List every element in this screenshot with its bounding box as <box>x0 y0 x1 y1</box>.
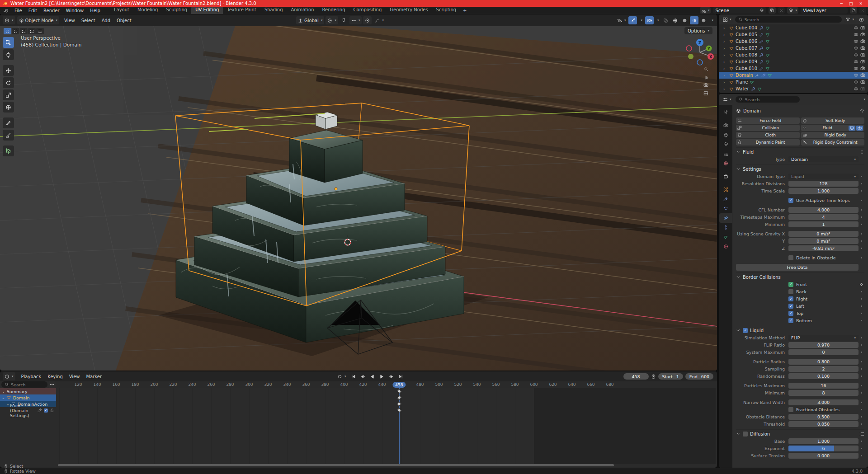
minimize-button[interactable]: ─ <box>840 1 843 6</box>
disable-render-icon[interactable] <box>860 66 865 71</box>
object-name[interactable]: Cube.005 <box>736 32 757 37</box>
properties-search-input[interactable] <box>745 97 797 102</box>
bottom-checkbox[interactable]: ✓ <box>788 318 793 323</box>
outliner-item-cube-006[interactable]: ›Cube.006 <box>719 38 868 45</box>
outliner-item-cube-005[interactable]: ›Cube.005 <box>719 31 868 38</box>
outliner-item-cube-007[interactable]: ›Cube.007 <box>719 45 868 52</box>
y-field[interactable]: 0 m/s² <box>788 238 859 244</box>
properties-options-button[interactable]: ▾ <box>863 98 865 101</box>
new-scene-button[interactable] <box>769 7 776 14</box>
timeline-menu-playback[interactable]: Playback <box>18 374 45 379</box>
tab-world[interactable] <box>719 159 732 168</box>
viewlayer-name-field[interactable]: ViewLayer <box>801 7 848 14</box>
fluid-render-toggle[interactable] <box>856 126 863 131</box>
timesteps-maximum-field[interactable]: 4 <box>788 214 859 220</box>
outliner-filter-button[interactable]: ▾ <box>844 16 855 23</box>
remove-icon[interactable] <box>802 126 807 130</box>
outliner-search-input[interactable] <box>745 17 839 22</box>
shading-wireframe-button[interactable] <box>671 16 679 24</box>
xray-toggle[interactable] <box>661 16 670 24</box>
snap-toggle[interactable] <box>340 16 348 24</box>
workspace-tab-rendering[interactable]: Rendering <box>318 7 349 14</box>
expand-icon[interactable]: › <box>723 46 727 51</box>
free-data-button[interactable]: Free Data <box>736 264 859 271</box>
tab-constraints[interactable] <box>719 223 732 232</box>
hide-viewport-icon[interactable] <box>854 66 859 71</box>
expand-icon[interactable]: › <box>723 87 727 91</box>
expand-icon[interactable]: › <box>723 73 727 78</box>
outliner-item-cube-004[interactable]: ›Cube.004 <box>719 24 868 31</box>
object-name[interactable]: Cube.007 <box>736 46 757 51</box>
shading-rendered-button[interactable] <box>699 16 708 24</box>
annotate-tool[interactable] <box>3 117 14 128</box>
hide-viewport-icon[interactable] <box>854 39 859 44</box>
top-checkbox[interactable]: ✓ <box>788 311 793 316</box>
show-object-types-dropdown[interactable]: ▾ <box>615 16 628 24</box>
timeline-ruler[interactable]: 1201401601802002202402602803003203403603… <box>56 381 716 388</box>
expand-icon[interactable]: › <box>723 26 727 30</box>
snap-target-dropdown[interactable]: ▾ <box>349 16 362 24</box>
expand-icon[interactable]: › <box>723 39 727 44</box>
particles-maximum-field[interactable]: 16 <box>788 383 859 389</box>
menu-help[interactable]: Help <box>87 8 104 13</box>
delete-scene-button[interactable] <box>778 7 785 14</box>
use-adaptive-time-steps-checkbox[interactable]: ✓ <box>788 198 793 203</box>
flip-ratio-field[interactable]: 0.970 <box>788 342 859 348</box>
workspace-tab-modeling[interactable]: Modeling <box>133 7 162 14</box>
shading-material-button[interactable] <box>690 16 698 24</box>
outliner-item-cube-010[interactable]: ›Cube.010 <box>719 65 868 72</box>
object-name[interactable]: Domain <box>736 73 753 78</box>
fractional-obstacles-checkbox[interactable] <box>788 407 793 412</box>
fluid-panel-header[interactable]: Fluid <box>736 147 864 156</box>
right-checkbox[interactable]: ✓ <box>788 296 793 301</box>
presets-icon[interactable] <box>859 432 864 436</box>
disable-render-icon[interactable] <box>860 86 865 91</box>
frame-start-field[interactable]: Start1 <box>658 373 683 380</box>
gizmos-toggle[interactable] <box>628 16 637 24</box>
tab-physics[interactable] <box>719 213 732 223</box>
pan-icon[interactable] <box>703 75 708 80</box>
channel-search-input[interactable] <box>11 382 44 387</box>
physics-button-rigid-body-constraint[interactable]: Rigid Body Constraint <box>801 139 865 145</box>
liquid-checkbox[interactable]: ✓ <box>743 328 748 333</box>
cfl-number-field[interactable]: 4.000 <box>788 207 859 213</box>
current-frame-field[interactable]: 458 <box>623 373 649 380</box>
hide-viewport-icon[interactable] <box>854 32 859 37</box>
minimum-field[interactable]: 1 <box>788 221 859 227</box>
select-mode-paint[interactable] <box>36 28 44 34</box>
physics-button-collision[interactable]: Collision <box>736 125 800 131</box>
camera-view-icon[interactable] <box>703 83 708 88</box>
hide-viewport-icon[interactable] <box>854 25 859 30</box>
tab-output[interactable] <box>719 130 732 140</box>
object-name[interactable]: Plane <box>736 80 748 84</box>
new-collection-button[interactable] <box>858 16 865 23</box>
narrow-band-width-field[interactable]: 3.000 <box>788 399 859 405</box>
disable-render-icon[interactable] <box>860 25 865 30</box>
scene-selector-button[interactable]: ▾ <box>700 7 711 14</box>
mode-dropdown[interactable]: Object Mode▾ <box>17 16 60 24</box>
select-mode-box[interactable] <box>12 28 19 34</box>
left-checkbox[interactable]: ✓ <box>788 304 793 309</box>
pivot-point-dropdown[interactable]: ▾ <box>326 16 338 24</box>
menu-file[interactable]: File <box>11 8 25 13</box>
overlays-dropdown[interactable]: ▾ <box>655 16 661 24</box>
viewlayer-selector-button[interactable]: ▾ <box>787 7 798 14</box>
shading-solid-button[interactable] <box>680 16 689 24</box>
expand-icon[interactable]: › <box>723 53 727 57</box>
prev-keyframe-button[interactable] <box>359 372 367 380</box>
expand-icon[interactable]: › <box>723 60 727 64</box>
new-viewlayer-button[interactable] <box>850 7 857 14</box>
next-keyframe-button[interactable] <box>387 372 396 380</box>
editor-type-button[interactable]: ▾ <box>3 16 15 24</box>
disable-render-icon[interactable] <box>860 39 865 44</box>
tab-view-layer[interactable] <box>719 140 732 149</box>
workspace-tab-layout[interactable]: Layout <box>110 7 133 14</box>
shading-dropdown[interactable]: ▾ <box>709 16 715 24</box>
maximize-button[interactable]: □ <box>849 1 853 6</box>
outliner-search[interactable] <box>735 16 842 23</box>
z-field[interactable]: -9.81 m/s² <box>788 245 859 251</box>
physics-button-soft-body[interactable]: Soft Body <box>801 117 865 124</box>
frame-end-field[interactable]: End600 <box>685 373 713 380</box>
gizmos-dropdown[interactable]: ▾ <box>638 16 644 24</box>
play-button[interactable] <box>377 372 386 380</box>
